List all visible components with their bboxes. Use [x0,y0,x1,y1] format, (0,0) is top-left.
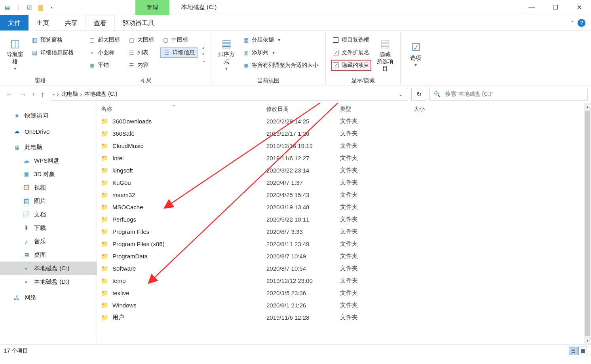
file-row[interactable]: 📁CloudMusic2019/12/16 19:19文件夹 [97,140,591,152]
file-row[interactable]: 📁kingsoft2020/3/22 23:14文件夹 [97,164,591,176]
close-button[interactable]: ✕ [567,0,591,15]
layout-scroll-up-icon[interactable]: ▴ [202,45,205,49]
qat-newfolder-icon[interactable]: ▇ [36,3,45,12]
layout-details[interactable]: ☰详细信息 [160,47,198,58]
nav-onedrive[interactable]: ☁OneDrive [0,125,97,138]
col-size[interactable]: 大小 [405,106,460,113]
file-row[interactable]: 📁Windows2020/8/1 21:26文件夹 [97,299,591,311]
layout-more-icon[interactable]: ⌄ [202,59,205,63]
size-all-columns-button[interactable]: ▦将所有列调整为合适的大小 [241,60,320,70]
breadcrumb-this-pc[interactable]: 此电脑 [61,91,78,98]
nav-music[interactable]: ♪音乐 [0,235,97,248]
hide-selected-button[interactable]: ▤ 隐藏 所选项目 [373,32,397,76]
preview-pane-button[interactable]: ▥预览窗格 [29,35,75,45]
files-list[interactable]: 📁360Downloads2020/2/28 14:25文件夹📁360Safe2… [97,115,591,324]
forward-button[interactable]: → [19,90,27,99]
scroll-thumb[interactable] [585,111,590,336]
layout-tiles[interactable]: ▦平铺 [87,60,122,70]
sort-by-button[interactable]: ▤ 排序方式 ▾ [215,32,238,76]
file-row[interactable]: 📁360Downloads2020/2/28 14:25文件夹 [97,115,591,127]
recent-dropdown-icon[interactable]: ▾ [32,92,35,97]
layout-xl-icons[interactable]: ▢超大图标 [87,35,122,45]
layout-l-icons[interactable]: ▢大图标 [126,35,156,45]
add-columns-button[interactable]: ▥添加列▾ [241,47,320,58]
nav-this-pc[interactable]: 🖥此电脑 [0,140,97,154]
file-date: 2019/12/12 23:00 [258,277,331,284]
qat-properties-icon[interactable]: ☑ [25,3,34,12]
col-name[interactable]: 名称⌃ [97,106,258,113]
group-by-button[interactable]: ▦分组依据▾ [241,35,320,45]
layout-m-icons[interactable]: ▢中图标 [160,35,198,45]
nav-drive-d[interactable]: ▪本地磁盘 (D:) [0,275,97,288]
contextual-tab-manage[interactable]: 管理 [135,0,169,15]
group-show-hide-label: 显示/隐藏 [351,76,375,85]
scroll-down-icon[interactable]: ▾ [587,337,589,344]
file-type: 文件夹 [331,277,405,284]
nav-quick-access[interactable]: ★快速访问 [0,109,97,122]
file-row[interactable]: 📁Intel2019/11/6 12:27文件夹 [97,152,591,164]
file-ext-toggle[interactable]: 文件扩展名 [331,47,371,58]
file-row[interactable]: 📁masm322020/4/25 15:43文件夹 [97,189,591,201]
layout-list[interactable]: ☰列表 [126,47,156,58]
scroll-up-icon[interactable]: ▴ [587,103,589,110]
view-icons-button[interactable]: ▦ [578,347,587,355]
file-row[interactable]: 📁KuGou2020/4/7 1:37文件夹 [97,176,591,189]
nav-desktop[interactable]: 🖥桌面 [0,248,97,262]
view-details-button[interactable]: ☰ [569,347,578,355]
navigation-pane[interactable]: ★快速访问 ☁OneDrive 🖥此电脑 ☁WPS网盘 ▣3D 对象 🎞视频 🖼… [0,103,97,344]
nav-quick-access-label: 快速访问 [25,112,48,119]
refresh-button[interactable]: ↻ [411,88,426,100]
nav-videos[interactable]: 🎞视频 [0,181,97,194]
nav-drive-c[interactable]: ▪本地磁盘 (C:) [0,262,97,275]
layout-scroll-down-icon[interactable]: ▾ [202,52,205,56]
up-button[interactable]: ↑ [40,90,44,99]
details-icon: ☰ [163,49,170,56]
file-row[interactable]: 📁Software2020/8/7 10:54文件夹 [97,262,591,275]
help-icon[interactable]: ? [578,19,585,27]
nav-wps[interactable]: ☁WPS网盘 [0,154,97,167]
file-row[interactable]: 📁360Safe2019/12/17 1:26文件夹 [97,127,591,140]
back-button[interactable]: ← [6,90,13,99]
file-row[interactable]: 📁MSOCache2020/3/19 13:48文件夹 [97,201,591,213]
details-pane-button[interactable]: ▤详细信息窗格 [29,47,75,58]
search-box[interactable]: 🔍 搜索"本地磁盘 (C:)" [429,88,588,100]
tab-file[interactable]: 文件 [0,15,29,30]
nav-network[interactable]: 🖧网络 [0,291,97,304]
maximize-button[interactable]: ☐ [543,0,567,15]
minimize-button[interactable]: — [520,0,543,15]
file-row[interactable]: 📁用户2019/11/6 12:28文件夹 [97,311,591,324]
file-row[interactable]: 📁texlive2020/3/5 23:36文件夹 [97,287,591,299]
file-row[interactable]: 📁PerfLogs2020/5/22 10:11文件夹 [97,213,591,226]
nav-3d[interactable]: ▣3D 对象 [0,167,97,181]
address-dropdown-icon[interactable]: ⌄ [396,91,405,97]
file-row[interactable]: 📁Program Files2020/8/7 3:33文件夹 [97,226,591,238]
nav-pictures[interactable]: 🖼图片 [0,194,97,208]
col-type[interactable]: 类型 [331,106,405,113]
tab-view[interactable]: 查看 [86,15,115,30]
file-row[interactable]: 📁Program Files (x86)2020/8/11 23:49文件夹 [97,238,591,250]
layout-content[interactable]: ☰内容 [126,60,156,70]
collapse-ribbon-icon[interactable]: ⌃ [570,20,574,26]
nav-downloads[interactable]: ⬇下载 [0,221,97,235]
nav-pane-button[interactable]: ◫ 导航窗格 ▾ [3,32,27,76]
file-date: 2020/3/5 23:36 [258,290,331,296]
col-date[interactable]: 修改日期 [258,106,331,113]
wps-icon: ☁ [22,157,30,164]
hide-label1: 隐藏 [380,51,391,58]
nav-documents[interactable]: 📄文档 [0,208,97,221]
hidden-items-toggle[interactable]: 隐藏的项目 [331,60,371,70]
qat-dropdown-icon[interactable]: ▾ [47,3,56,12]
breadcrumb-drive[interactable]: 本地磁盘 (C:) [84,91,117,98]
address-bar[interactable]: ▪ › 此电脑 › 本地磁盘 (C:) ⌄ [50,88,408,100]
tab-share[interactable]: 共享 [57,15,86,30]
vertical-scrollbar[interactable]: ▴ ▾ [584,103,591,344]
file-row[interactable]: 📁temp2019/12/12 23:00文件夹 [97,275,591,287]
folder-icon: 📁 [101,253,108,260]
item-checkboxes-toggle[interactable]: 项目复选框 [331,35,371,45]
layout-s-icons[interactable]: ▫小图标 [87,47,122,58]
chevron-down-icon: ▾ [414,61,417,68]
file-row[interactable]: 📁ProgramData2020/8/7 10:49文件夹 [97,250,591,262]
tab-drive-tools[interactable]: 驱动器工具 [115,15,162,30]
options-button[interactable]: ☑ 选项 ▾ [404,32,428,76]
tab-home[interactable]: 主页 [29,15,57,30]
